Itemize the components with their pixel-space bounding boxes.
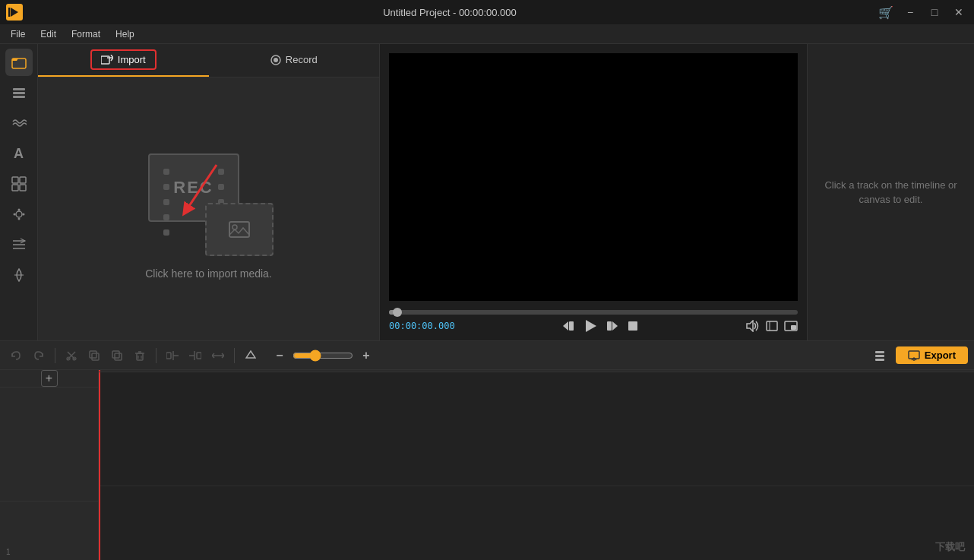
sidebar-item-effects[interactable] xyxy=(5,201,33,228)
menu-file[interactable]: File xyxy=(3,27,33,41)
toolbar-right: Export xyxy=(870,346,968,365)
filter-icon xyxy=(11,267,27,283)
delete-button[interactable] xyxy=(130,346,150,365)
fullscreen-button[interactable] xyxy=(766,321,778,331)
svg-marker-29 xyxy=(586,320,596,332)
svg-rect-32 xyxy=(628,321,637,331)
menu-help[interactable]: Help xyxy=(108,27,142,41)
forward-button[interactable] xyxy=(606,320,618,332)
redo-button[interactable] xyxy=(29,346,49,365)
left-panel: Import Record xyxy=(38,44,380,340)
minimize-button[interactable]: − xyxy=(901,3,919,21)
bottom-section: − + Export xyxy=(0,340,974,560)
menubar: File Edit Format Help xyxy=(0,24,974,44)
svg-rect-43 xyxy=(90,351,96,358)
extend-icon xyxy=(212,350,224,361)
playhead-ruler xyxy=(99,370,100,372)
track-content-1 xyxy=(99,486,974,560)
tab-bar: Import Record xyxy=(38,44,379,78)
sidebar-item-audio[interactable] xyxy=(5,109,33,137)
menu-format[interactable]: Format xyxy=(64,27,108,41)
track-content-area[interactable] xyxy=(99,372,974,560)
toolbar: − + Export xyxy=(0,341,974,370)
import-hint: Click here to import media. xyxy=(145,267,272,280)
transport-controls: 00:00:00.000 xyxy=(389,319,798,333)
tab-record[interactable]: Record xyxy=(209,44,380,77)
split-right-button[interactable] xyxy=(185,346,205,365)
menu-edit[interactable]: Edit xyxy=(33,27,64,41)
film-holes-left xyxy=(163,169,169,236)
tab-import[interactable]: Import xyxy=(38,44,209,77)
app-logo xyxy=(6,4,23,21)
svg-rect-7 xyxy=(20,177,26,183)
film-hole xyxy=(218,169,224,175)
svg-rect-28 xyxy=(569,321,574,331)
folder-icon xyxy=(11,55,27,70)
undo-icon xyxy=(11,350,21,361)
split-left-button[interactable] xyxy=(163,346,182,365)
copy2-button[interactable] xyxy=(107,346,127,365)
copy-button[interactable] xyxy=(84,346,104,365)
zoom-slider[interactable] xyxy=(293,350,353,362)
svg-point-10 xyxy=(16,211,22,217)
film-hole xyxy=(163,199,169,205)
split-left-icon xyxy=(166,350,179,361)
snap-icon xyxy=(245,350,256,361)
copy2-icon xyxy=(112,350,122,361)
media-import-area[interactable]: REC xyxy=(38,78,379,340)
rewind-button[interactable] xyxy=(562,320,574,332)
close-button[interactable]: ✕ xyxy=(950,3,968,21)
svg-point-12 xyxy=(17,218,20,220)
cut-button[interactable] xyxy=(62,346,81,365)
transport-buttons xyxy=(562,319,638,333)
video-preview xyxy=(389,53,798,301)
logo-icon xyxy=(8,6,21,18)
progress-bar[interactable] xyxy=(389,310,798,315)
svg-rect-46 xyxy=(137,353,143,360)
stop-button[interactable] xyxy=(628,321,638,331)
sidebar-item-filter[interactable] xyxy=(5,261,33,289)
content-area: Import Record xyxy=(38,44,974,340)
svg-rect-60 xyxy=(875,355,884,357)
svg-rect-8 xyxy=(12,185,18,191)
export-arrow-icon xyxy=(908,350,920,361)
preview-panel: 00:00:00.000 xyxy=(380,44,807,340)
undo-button[interactable] xyxy=(6,346,26,365)
settings-icon xyxy=(874,350,886,362)
settings-button[interactable] xyxy=(870,346,890,365)
zoom-in-button[interactable]: + xyxy=(356,346,376,365)
export-button[interactable]: Export xyxy=(896,346,968,364)
maximize-button[interactable]: □ xyxy=(925,3,944,21)
pip-button[interactable] xyxy=(784,321,798,331)
titlebar-left xyxy=(6,4,23,21)
progress-handle[interactable] xyxy=(393,308,402,317)
sidebar: A xyxy=(0,44,38,340)
sidebar-item-templates[interactable] xyxy=(5,170,33,198)
volume-button[interactable] xyxy=(746,320,760,332)
toolbar-separator-2 xyxy=(156,348,157,363)
play-button[interactable] xyxy=(583,319,597,333)
cart-icon[interactable]: 🛒 xyxy=(877,3,895,21)
sidebar-item-text[interactable]: A xyxy=(5,140,33,167)
sidebar-item-media[interactable] xyxy=(5,49,33,76)
extend-button[interactable] xyxy=(208,346,228,365)
svg-point-22 xyxy=(274,58,278,62)
sidebar-item-layers[interactable] xyxy=(5,79,33,106)
effects-icon xyxy=(11,207,27,222)
film-hole xyxy=(163,229,169,236)
sidebar-item-transitions[interactable] xyxy=(5,231,33,258)
toolbar-separator xyxy=(55,348,55,363)
svg-rect-23 xyxy=(229,222,249,237)
svg-marker-58 xyxy=(246,351,255,358)
svg-rect-37 xyxy=(791,325,796,330)
snap-button[interactable] xyxy=(241,346,261,365)
titlebar-controls: 🛒 − □ ✕ xyxy=(877,3,968,21)
svg-rect-59 xyxy=(875,351,884,353)
zoom-out-button[interactable]: − xyxy=(270,346,289,365)
film-hole xyxy=(163,214,169,220)
film-hole xyxy=(218,184,224,190)
import-icon xyxy=(101,55,113,65)
track-number: 1 xyxy=(6,548,92,556)
film-hole xyxy=(163,169,169,175)
add-track-button[interactable]: + xyxy=(41,370,58,387)
